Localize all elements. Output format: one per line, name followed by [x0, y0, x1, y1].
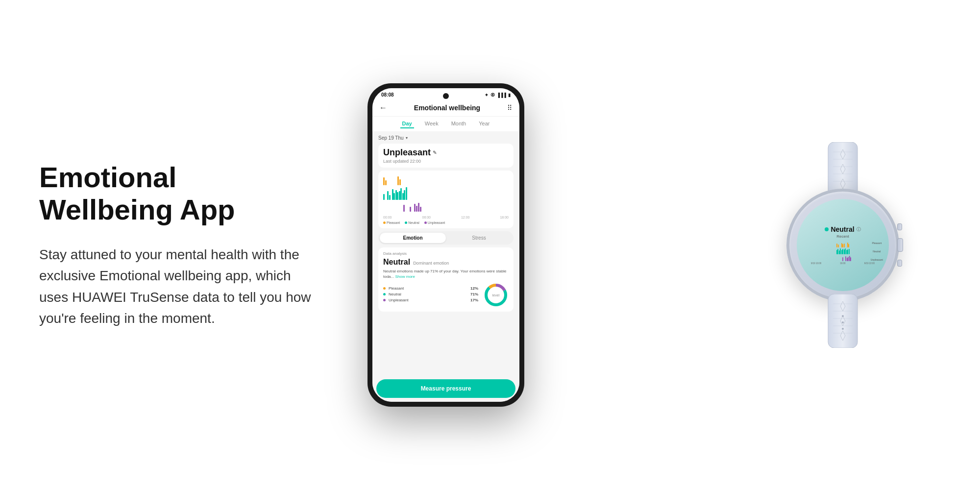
app-header: ← Emotional wellbeing ⠿ — [372, 99, 519, 117]
pleasant-bars — [383, 174, 509, 185]
bar — [410, 207, 411, 212]
chart-bars-area — [383, 174, 509, 214]
back-button[interactable]: ← — [379, 103, 387, 112]
watch-bar — [845, 256, 846, 261]
date-dropdown-icon[interactable]: ▾ — [406, 136, 408, 140]
watch-emotion-labels: Pleasant Neutral Unpleasant — [871, 242, 883, 261]
watch-content: Neutral ⓘ Recent — [803, 225, 883, 265]
watch-bar — [840, 248, 841, 254]
edit-icon[interactable]: ✎ — [433, 150, 437, 155]
strap-top — [821, 142, 865, 196]
page-description: Stay attuned to your mental health with … — [39, 244, 314, 329]
status-icons: ✦ ⦿ ▐▐▐ ▮ — [485, 93, 511, 98]
emotion-title-row: Unpleasant ✎ — [383, 147, 509, 158]
emotion-last-updated: Last updated 22:00 — [383, 159, 509, 164]
donut-label: level — [492, 294, 499, 297]
phone-section: 08:08 ✦ ⦿ ▐▐▐ ▮ ← Emotional wellbeing ⠿ — [343, 83, 549, 407]
tab-day[interactable]: Day — [400, 120, 414, 128]
dominant-emotion-title: Neutral — [383, 258, 410, 267]
analysis-description: Neutral emotions made up 71% of your day… — [383, 269, 509, 279]
toggle-emotion[interactable]: Emotion — [380, 233, 446, 243]
watch-time-end: 9/19 22:00 — [864, 262, 875, 265]
watch-bar — [848, 257, 849, 261]
breakdown-pleasant: Pleasant 12% — [383, 286, 478, 291]
bar — [383, 194, 385, 200]
watch-chart-bars — [811, 242, 875, 261]
watch-bar — [842, 249, 843, 254]
watch-section: Neutral ⓘ Recent — [549, 142, 941, 348]
emotion-stress-toggle: Emotion Stress — [378, 231, 514, 245]
chart-legend: Pleasant Neutral Unpleasant — [383, 221, 509, 224]
phone-device: 08:08 ✦ ⦿ ▐▐▐ ▮ ← Emotional wellbeing ⠿ — [368, 83, 524, 407]
wifi-icon: ⦿ — [490, 93, 495, 98]
watch-time-mid: 16:00 — [840, 262, 845, 265]
phone-screen: 08:08 ✦ ⦿ ▐▐▐ ▮ ← Emotional wellbeing ⠿ — [372, 88, 519, 402]
breakdown-list: Pleasant 12% Neutral 71% — [383, 286, 478, 304]
watch-case-wrapper: Neutral ⓘ Recent — [786, 189, 899, 301]
legend-dot-unpleasant — [424, 221, 427, 224]
watch-bar — [842, 244, 843, 247]
watch-unpleasant-row — [811, 255, 875, 261]
bar — [403, 205, 405, 212]
bar — [406, 187, 407, 200]
watch-recent-label: Recent — [803, 234, 883, 239]
watch-bar — [849, 249, 850, 254]
watch-label-neutral: Neutral — [871, 250, 883, 253]
time-18: 18:00 — [500, 216, 509, 219]
watch-bar — [836, 244, 837, 247]
watch-time-labels: 9/19 10:00 16:00 9/19 22:00 — [811, 262, 875, 265]
tab-year[interactable]: Year — [477, 120, 491, 128]
status-time: 08:08 — [381, 92, 394, 98]
tab-week[interactable]: Week — [423, 120, 441, 128]
legend-neutral: Neutral — [405, 221, 419, 224]
watch-bar — [842, 257, 843, 261]
svg-point-24 — [842, 328, 844, 330]
battery-icon: ▮ — [508, 93, 511, 98]
emotion-breakdown: Pleasant 12% Neutral 71% — [383, 282, 509, 308]
bar — [393, 193, 395, 200]
bar — [414, 204, 416, 212]
watch-bar — [848, 244, 849, 247]
watch-info-icon: ⓘ — [857, 226, 861, 233]
time-12: 12:00 — [461, 216, 470, 219]
more-options-button[interactable]: ⠿ — [507, 104, 513, 112]
watch-case: Neutral ⓘ Recent — [786, 189, 899, 301]
time-06: 06:00 — [422, 216, 431, 219]
watch-emotion-row: Neutral ⓘ — [803, 225, 883, 233]
watch-chart-container: Pleasant Neutral Unpleasant — [803, 242, 883, 261]
measure-pressure-button[interactable]: Measure pressure — [376, 379, 515, 398]
svg-point-23 — [842, 321, 844, 323]
bar — [397, 192, 398, 200]
strap-bottom — [821, 294, 865, 348]
watch-pleasant-row — [811, 242, 875, 247]
tabs-row: Day Week Month Year — [372, 117, 519, 131]
watch-btn-bottom — [897, 260, 902, 267]
page-wrapper: Emotional Wellbeing App Stay attuned to … — [0, 0, 980, 490]
bar — [418, 203, 419, 212]
bar — [387, 191, 389, 200]
time-00: 00:00 — [383, 216, 392, 219]
watch-screen: Neutral ⓘ Recent — [797, 199, 889, 291]
breakdown-dot-pleasant — [383, 287, 386, 290]
svg-rect-4 — [828, 142, 858, 196]
watch-neutral-row — [811, 248, 875, 254]
breakdown-unpleasant: Unpleasant 17% — [383, 298, 478, 302]
legend-dot-pleasant — [383, 221, 386, 224]
watch-bar — [850, 257, 851, 261]
watch-bar — [838, 245, 839, 247]
breakdown-neutral: Neutral 71% — [383, 292, 478, 296]
page-title: Emotional Wellbeing App — [39, 161, 314, 226]
show-more-button[interactable]: Show more — [395, 274, 415, 279]
tab-month[interactable]: Month — [449, 120, 468, 128]
bar — [416, 206, 417, 212]
data-analysis-card: Data analysis Neutral Dominant emotion N… — [378, 247, 514, 312]
watch-bar — [837, 249, 838, 254]
watch-bar — [845, 248, 846, 254]
toggle-stress[interactable]: Stress — [446, 233, 512, 243]
emotion-status-card: Unpleasant ✎ Last updated 22:00 — [378, 144, 514, 168]
watch-emotion-dot — [825, 227, 829, 231]
watch-btn-top — [897, 223, 902, 230]
watch-label-unpleasant: Unpleasant — [871, 258, 883, 261]
date-label: Sep 19 Thu — [378, 135, 404, 141]
bar — [385, 180, 387, 185]
